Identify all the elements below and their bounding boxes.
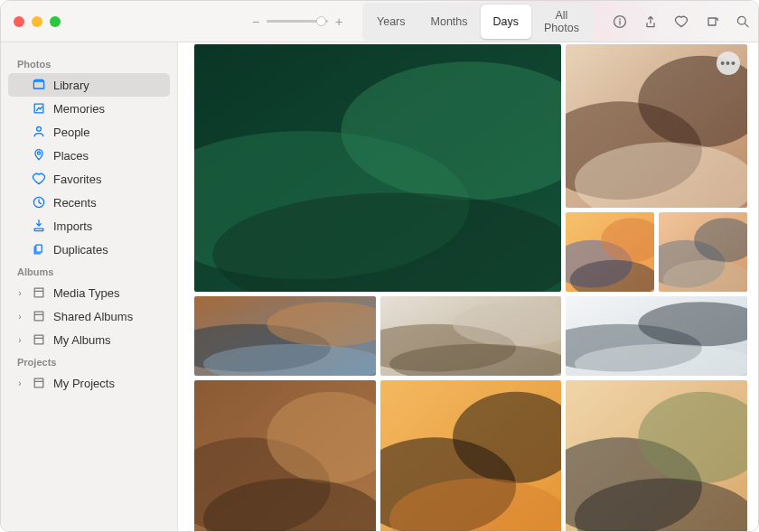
- sidebar-item-shared-albums[interactable]: ›Shared Albums: [8, 304, 170, 328]
- chevron-right-icon[interactable]: ›: [15, 312, 24, 322]
- sidebar-item-places[interactable]: Places: [8, 144, 170, 167]
- sidebar-item-label: My Albums: [53, 333, 111, 347]
- photo-snow-mountains[interactable]: [566, 296, 747, 376]
- rotate-icon[interactable]: [704, 14, 720, 30]
- sidebar-item-label: Places: [53, 149, 89, 163]
- thumbnail-zoom-slider[interactable]: − +: [250, 14, 344, 29]
- window-toolbar: − + YearsMonthsDaysAll Photos: [1, 1, 758, 42]
- my-albums-icon: [32, 332, 46, 347]
- photo-thumbnail: [380, 380, 562, 531]
- sidebar-item-label: People: [53, 126, 89, 139]
- photo-fjord-autumn[interactable]: [194, 296, 376, 376]
- sidebar-item-library[interactable]: Library: [8, 73, 170, 97]
- sidebar-item-label: Shared Albums: [53, 310, 133, 323]
- photo-desert-roads[interactable]: [194, 380, 376, 531]
- search-icon[interactable]: [735, 14, 751, 30]
- photo-woman-beach[interactable]: •••: [566, 44, 747, 208]
- photo-thumbnail: [194, 296, 376, 376]
- sidebar-item-recents[interactable]: Recents: [8, 191, 170, 214]
- favorites-icon: [32, 172, 46, 186]
- places-icon: [32, 148, 46, 163]
- sidebar-item-my-albums[interactable]: ›My Albums: [8, 328, 170, 351]
- sidebar-item-media-types[interactable]: ›Media Types: [8, 281, 170, 304]
- photo-thumbnail: [194, 44, 561, 292]
- duplicates-icon: [32, 242, 46, 257]
- photo-coast-dusk[interactable]: [659, 212, 747, 292]
- segment-days[interactable]: Days: [481, 5, 531, 39]
- imports-icon: [32, 219, 46, 233]
- segment-months[interactable]: Months: [418, 5, 481, 39]
- sidebar-item-label: Recents: [53, 196, 97, 210]
- library-icon: [32, 78, 46, 92]
- recents-icon: [32, 195, 46, 210]
- main-split: PhotosLibraryMemoriesPeoplePlacesFavorit…: [1, 42, 758, 531]
- photo-thumbnail: [194, 380, 376, 531]
- sidebar-item-people[interactable]: People: [8, 120, 170, 144]
- my-projects-icon: [32, 376, 46, 390]
- photo-hat-woman-sunset[interactable]: [380, 380, 562, 531]
- photo-thumbnail: [566, 380, 747, 531]
- sidebar-item-favorites[interactable]: Favorites: [8, 167, 170, 191]
- photo-thumbnail: [380, 296, 562, 376]
- people-icon: [32, 125, 46, 139]
- info-icon[interactable]: [612, 14, 628, 30]
- sidebar-item-label: My Projects: [53, 377, 115, 390]
- chevron-right-icon[interactable]: ›: [15, 335, 24, 345]
- segment-years[interactable]: Years: [364, 5, 418, 39]
- photo-arms-open-sunset[interactable]: [566, 380, 747, 531]
- traffic-lights: [14, 16, 61, 27]
- sidebar-section-albums: Albums: [8, 261, 170, 281]
- segment-all-photos[interactable]: All Photos: [531, 5, 592, 39]
- sidebar-section-photos: Photos: [8, 53, 170, 73]
- close-window-button[interactable]: [14, 16, 24, 27]
- toolbar-actions: [612, 14, 751, 30]
- maximize-window-button[interactable]: [50, 16, 61, 27]
- more-options-icon[interactable]: •••: [717, 51, 740, 75]
- minimize-window-button[interactable]: [32, 16, 42, 27]
- sidebar-item-my-projects[interactable]: ›My Projects: [8, 371, 170, 395]
- sidebar-item-label: Duplicates: [53, 243, 108, 257]
- view-scope-segment: YearsMonthsDaysAll Photos: [362, 3, 594, 41]
- memories-icon: [32, 101, 46, 116]
- photo-grid: •••: [194, 44, 747, 531]
- sidebar-item-memories[interactable]: Memories: [8, 97, 170, 120]
- sidebar-item-label: Memories: [53, 102, 105, 116]
- photo-grid-area: •••: [178, 42, 758, 531]
- zoom-out-label: −: [250, 14, 261, 29]
- share-icon[interactable]: [642, 14, 659, 30]
- photo-sunset-silhouette[interactable]: [566, 212, 654, 292]
- media-types-icon: [32, 285, 46, 300]
- sidebar-item-label: Favorites: [53, 173, 101, 186]
- zoom-track[interactable]: [267, 20, 328, 23]
- photo-thumbnail: [566, 296, 747, 376]
- shared-albums-icon: [32, 309, 46, 323]
- chevron-right-icon[interactable]: ›: [15, 378, 24, 388]
- zoom-knob[interactable]: [316, 16, 326, 26]
- zoom-in-label: +: [333, 14, 344, 29]
- sidebar-item-label: Library: [53, 79, 89, 92]
- sidebar: PhotosLibraryMemoriesPeoplePlacesFavorit…: [1, 42, 178, 531]
- photo-forest-aerial[interactable]: [194, 44, 561, 292]
- photo-thumbnail: [659, 212, 747, 292]
- photo-city-architecture[interactable]: [380, 296, 562, 376]
- photo-thumbnail: [566, 212, 654, 292]
- heart-icon[interactable]: [673, 14, 689, 30]
- sidebar-item-label: Media Types: [53, 286, 119, 300]
- sidebar-item-duplicates[interactable]: Duplicates: [8, 238, 170, 261]
- sidebar-section-projects: Projects: [8, 351, 170, 371]
- chevron-right-icon[interactable]: ›: [15, 288, 24, 298]
- sidebar-item-imports[interactable]: Imports: [8, 214, 170, 238]
- sidebar-item-label: Imports: [53, 219, 92, 233]
